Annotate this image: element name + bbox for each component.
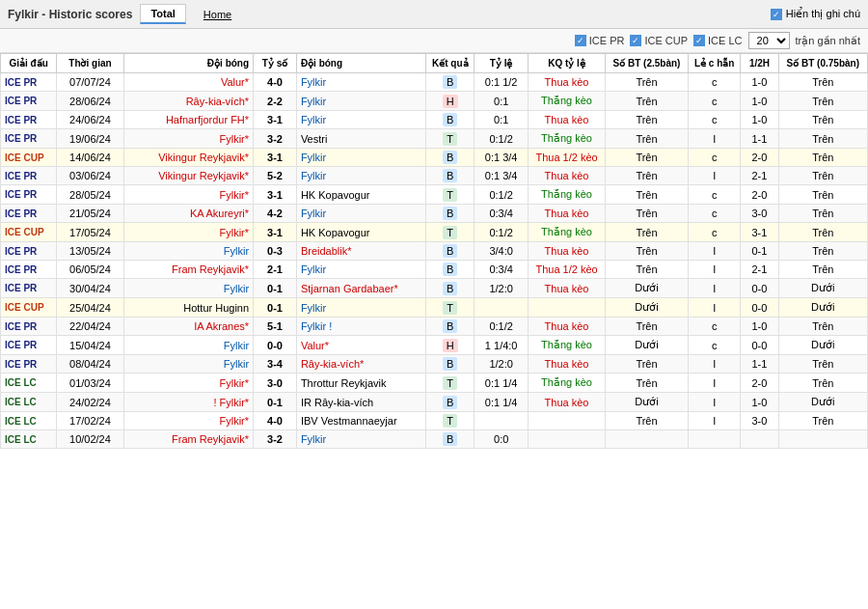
show-notes: ✓ Hiển thị ghi chú [771, 8, 860, 20]
cell-half: 2-1 [741, 261, 778, 279]
filter-ice-cup: ✓ ICE CUP [630, 35, 688, 46]
cell-sobt2: Trên [778, 149, 867, 167]
cell-comp: ICE PR [1, 167, 57, 185]
cell-comp: ICE PR [1, 318, 57, 336]
cell-date: 21/05/24 [57, 205, 123, 223]
cell-kqtyle: Thắng kèo [529, 374, 606, 393]
cell-score: 0-1 [254, 393, 297, 412]
cell-tyle: 0:1 1/4 [475, 393, 529, 412]
cell-sobt: Trên [605, 73, 688, 92]
cell-team2: Fylkir [296, 205, 425, 223]
cell-tyle: 1/2:0 [475, 279, 529, 298]
cell-sobt [605, 430, 688, 449]
cell-date: 10/02/24 [57, 430, 123, 449]
ice-cup-checkbox[interactable]: ✓ [630, 35, 641, 46]
cell-date: 25/04/24 [57, 298, 123, 318]
cell-kq: T [426, 412, 475, 430]
cell-score: 4-0 [254, 412, 297, 430]
cell-kq: B [426, 355, 475, 374]
cell-team1: Fylkir [123, 242, 253, 261]
cell-team2: Fylkir [296, 167, 425, 185]
tab-total[interactable]: Total [140, 4, 185, 24]
cell-kqtyle [529, 430, 606, 449]
cell-sobt: Trên [605, 149, 688, 167]
cell-sobt: Trên [605, 374, 688, 393]
cell-tyle [475, 412, 529, 430]
cell-lec: I [689, 355, 741, 374]
cell-sobt2: Dưới [778, 336, 867, 355]
cell-comp: ICE PR [1, 242, 57, 261]
cell-score: 2-2 [254, 92, 297, 111]
cell-team1: Vikingur Reykjavik* [123, 167, 253, 185]
latest-label: trận gần nhất [796, 35, 860, 47]
cell-sobt: Dưới [605, 393, 688, 412]
cell-sobt2: Trên [778, 242, 867, 261]
cell-kqtyle [529, 412, 606, 430]
cell-tyle: 1 1/4:0 [475, 336, 529, 355]
cell-sobt: Trên [605, 223, 688, 242]
filter-ice-pr: ✓ ICE PR [575, 35, 625, 46]
table-row: ICE PR 28/06/24 Rây-kia-vích* 2-2 Fylkir… [1, 92, 868, 111]
cell-lec: I [689, 129, 741, 149]
cell-team1: KA Akureyri* [123, 205, 253, 223]
cell-team1: Hottur Huginn [123, 298, 253, 318]
cell-kq: T [426, 185, 475, 205]
cell-team1: Fylkir [123, 355, 253, 374]
cell-lec: c [689, 205, 741, 223]
cell-sobt: Trên [605, 167, 688, 185]
col-giai-dau: Giải đấu [1, 54, 57, 73]
cell-score: 5-1 [254, 318, 297, 336]
count-select[interactable]: 20 10 30 50 [748, 32, 790, 49]
cell-score: 3-1 [254, 149, 297, 167]
cell-tyle: 0:1 3/4 [475, 149, 529, 167]
cell-tyle: 3/4:0 [475, 242, 529, 261]
cell-team2: Fylkir [296, 430, 425, 449]
col-team1: Đội bóng [123, 54, 253, 73]
cell-team1: ! Fylkir* [123, 393, 253, 412]
cell-sobt2: Trên [778, 412, 867, 430]
cell-lec: I [689, 374, 741, 393]
cell-team2: Fylkir [296, 92, 425, 111]
table-header-row: Giải đấu Thời gian Đội bóng Tỷ số Đội bó… [1, 54, 868, 73]
cell-sobt2: Dưới [778, 393, 867, 412]
cell-kq: T [426, 129, 475, 149]
cell-comp: ICE LC [1, 374, 57, 393]
ice-lc-checkbox[interactable]: ✓ [693, 35, 705, 46]
cell-comp: ICE PR [1, 205, 57, 223]
cell-date: 24/02/24 [57, 393, 123, 412]
table-row: ICE PR 08/04/24 Fylkir 3-4 Rây-kia-vích*… [1, 355, 868, 374]
tab-home[interactable]: Home [194, 6, 241, 23]
cell-team2: Fylkir [296, 298, 425, 318]
cell-team1: Fram Reykjavik* [123, 430, 253, 449]
cell-team2: Breidablik* [296, 242, 425, 261]
cell-date: 13/05/24 [57, 242, 123, 261]
table-row: ICE LC 10/02/24 Fram Reykjavik* 3-2 Fylk… [1, 430, 868, 449]
cell-team1: Rây-kia-vích* [123, 92, 253, 111]
cell-kqtyle: Thua kèo [529, 242, 606, 261]
cell-team1: Fylkir* [123, 185, 253, 205]
cell-sobt: Trên [605, 242, 688, 261]
cell-comp: ICE CUP [1, 149, 57, 167]
cell-sobt: Trên [605, 92, 688, 111]
cell-comp: ICE PR [1, 261, 57, 279]
scores-table: Giải đấu Thời gian Đội bóng Tỷ số Đội bó… [0, 53, 868, 449]
cell-comp: ICE PR [1, 129, 57, 149]
show-notes-checkbox[interactable]: ✓ [771, 9, 782, 20]
cell-kqtyle: Thua kèo [529, 167, 606, 185]
table-row: ICE PR 21/05/24 KA Akureyri* 4-2 Fylkir … [1, 205, 868, 223]
cell-team2: Fylkir [296, 261, 425, 279]
cell-team1: Fylkir [123, 279, 253, 298]
cell-sobt: Trên [605, 318, 688, 336]
header-bar: Fylkir - Historic scores Total Home ✓ Hi… [0, 0, 868, 29]
table-row: ICE PR 15/04/24 Fylkir 0-0 Valur* H 1 1/… [1, 336, 868, 355]
cell-lec: c [689, 111, 741, 129]
cell-date: 19/06/24 [57, 129, 123, 149]
cell-sobt: Trên [605, 185, 688, 205]
col-so-bt2: Số BT (0.75bàn) [778, 54, 867, 73]
cell-tyle: 0:1 1/4 [475, 374, 529, 393]
ice-pr-checkbox[interactable]: ✓ [575, 35, 586, 46]
cell-half: 1-0 [741, 92, 778, 111]
table-row: ICE PR 30/04/24 Fylkir 0-1 Stjarnan Gard… [1, 279, 868, 298]
cell-kqtyle: Thua kèo [529, 355, 606, 374]
cell-lec: I [689, 261, 741, 279]
